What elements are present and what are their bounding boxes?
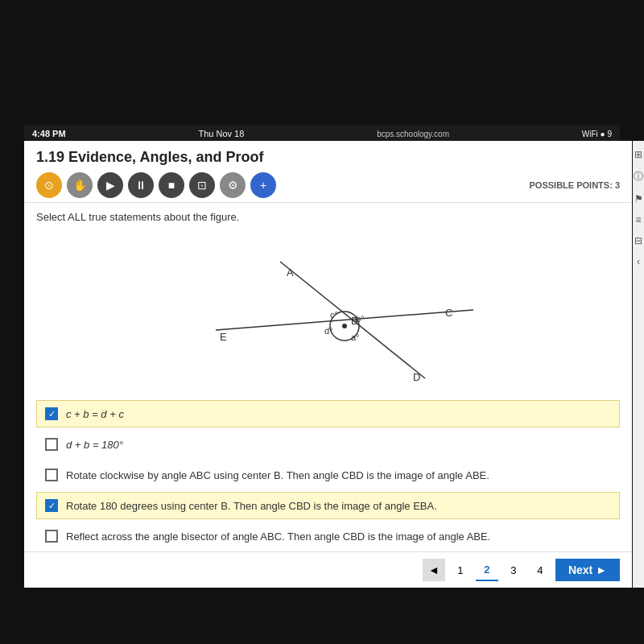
status-date: Thu Nov 18 xyxy=(198,129,244,138)
status-time: 4:48 PM xyxy=(32,129,66,138)
status-bar: 4:48 PM Thu Nov 18 bcps.schoology.com Wi… xyxy=(24,125,620,142)
label-b: b° xyxy=(356,314,365,324)
answer-text-3: Rotate clockwise by angle ABC using cent… xyxy=(66,469,489,481)
sidebar-icon-5[interactable]: ⊟ xyxy=(634,235,642,246)
settings-button[interactable]: ⚙ xyxy=(220,172,246,198)
label-C: C xyxy=(445,307,452,319)
play-button[interactable]: ▶ xyxy=(97,172,123,198)
page-4-button[interactable]: 4 xyxy=(529,559,551,581)
hand-button[interactable]: ✋ xyxy=(67,172,93,198)
page-title: 1.19 Evidence, Angles, and Proof xyxy=(36,149,620,166)
label-D: D xyxy=(413,371,420,383)
right-sidebar: ⊞ ⓘ ⚑ ≡ ⊟ ‹ xyxy=(633,141,644,588)
sidebar-icon-2[interactable]: ⓘ xyxy=(634,170,643,184)
prev-arrow[interactable]: ◄ xyxy=(423,559,445,581)
label-d: d° xyxy=(324,326,333,336)
status-icons: WiFi ● 9 xyxy=(582,130,612,138)
label-A: A xyxy=(287,266,294,279)
sidebar-icon-1[interactable]: ⊞ xyxy=(634,149,642,160)
page-1-button[interactable]: 1 xyxy=(449,559,472,581)
checkbox-2[interactable] xyxy=(45,438,58,451)
svg-point-3 xyxy=(342,324,347,328)
add-button[interactable]: + xyxy=(250,172,276,198)
label-c: c° xyxy=(330,310,338,320)
checkbox-3[interactable] xyxy=(45,469,58,481)
next-button[interactable]: Next ► xyxy=(555,559,620,581)
checkbox-1[interactable]: ✓ xyxy=(45,407,58,420)
label-E: E xyxy=(220,331,227,343)
question-instruction: Select ALL true statements about the fig… xyxy=(36,211,620,223)
sidebar-icon-3[interactable]: ⚑ xyxy=(634,193,643,204)
answer-item-1[interactable]: ✓ c + b = d + c xyxy=(36,400,620,427)
figure-area: A B C D E b° a° c° d° xyxy=(36,231,620,392)
nav-footer: ◄ 1 2 3 4 Next ► xyxy=(24,551,632,588)
answer-text-4: Rotate 180 degrees using center B. Then … xyxy=(66,500,437,512)
checkbox-4[interactable]: ✓ xyxy=(45,499,58,512)
screen: 4:48 PM Thu Nov 18 bcps.schoology.com Wi… xyxy=(0,0,644,644)
question-area: Select ALL true statements about the fig… xyxy=(24,203,632,400)
label-a: a° xyxy=(351,332,360,342)
header-bar: 1.19 Evidence, Angles, and Proof ⊙ ✋ ▶ ⏸… xyxy=(24,141,632,203)
answer-item-2[interactable]: d + b = 180° xyxy=(36,431,620,458)
media-button[interactable]: ⊡ xyxy=(189,172,215,198)
answer-item-4[interactable]: ✓ Rotate 180 degrees using center B. The… xyxy=(36,492,620,519)
answer-text-5: Reflect across the angle bisector of ang… xyxy=(66,530,490,543)
status-url: bcps.schoology.com xyxy=(377,130,449,138)
toolbar: ⊙ ✋ ▶ ⏸ ■ ⊡ ⚙ + xyxy=(36,172,276,198)
toolbar-row: ⊙ ✋ ▶ ⏸ ■ ⊡ ⚙ + POSSIBLE POINTS: 3 xyxy=(36,172,620,198)
answer-item-3[interactable]: Rotate clockwise by angle ABC using cent… xyxy=(36,461,620,489)
possible-points: POSSIBLE POINTS: 3 xyxy=(530,180,620,190)
page-2-button[interactable]: 2 xyxy=(476,559,498,581)
pause-button[interactable]: ⏸ xyxy=(128,172,154,198)
answer-text-1: c + b = d + c xyxy=(66,408,124,420)
page-3-button[interactable]: 3 xyxy=(502,559,525,581)
navigate-button[interactable]: ⊙ xyxy=(36,172,62,198)
sidebar-icon-4[interactable]: ≡ xyxy=(635,214,641,225)
sidebar-collapse[interactable]: ‹ xyxy=(637,256,640,267)
answer-item-5[interactable]: Reflect across the angle bisector of ang… xyxy=(36,522,620,550)
stop-button[interactable]: ■ xyxy=(159,172,184,198)
geometry-figure: A B C D E b° a° c° d° xyxy=(175,237,481,386)
checkbox-5[interactable] xyxy=(45,530,58,543)
answer-text-2: d + b = 180° xyxy=(66,439,123,451)
content-area: 1.19 Evidence, Angles, and Proof ⊙ ✋ ▶ ⏸… xyxy=(24,141,632,588)
